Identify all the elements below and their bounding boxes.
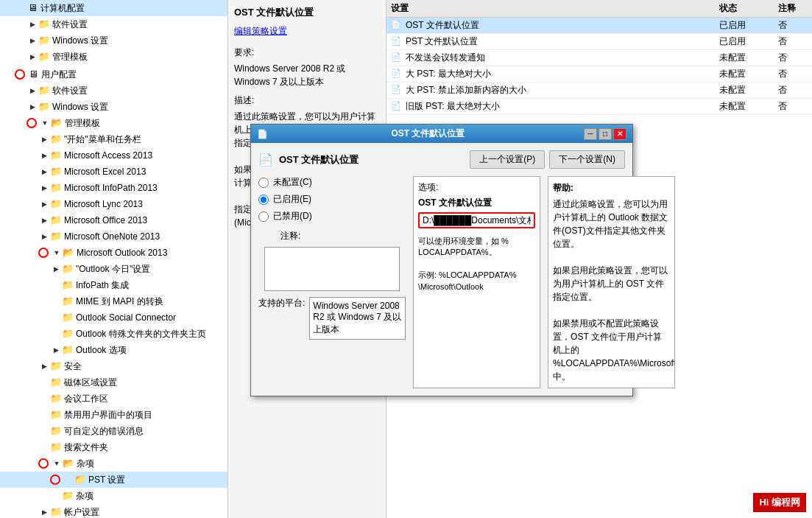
radio-disabled-label: 已禁用(D) <box>273 210 312 223</box>
folder-icon <box>50 360 62 372</box>
tree-arrow <box>50 328 62 340</box>
dialog-nav-buttons: 上一个设置(P) 下一个设置(N) <box>470 150 625 169</box>
row-doc-icon: 📄 <box>391 20 403 32</box>
tree-arrow <box>38 360 50 372</box>
tree-item-security[interactable]: 安全 <box>0 358 227 374</box>
tree-arrow <box>27 18 38 30</box>
table-row[interactable]: 📄 大 PST: 禁止添加新内容的大小 未配置 否 <box>386 83 812 99</box>
tree-item-start-menu[interactable]: "开始"菜单和任务栏 <box>0 131 227 147</box>
radio-disabled[interactable] <box>258 211 269 222</box>
tree-item-outlook-today[interactable]: "Outlook 今日"设置 <box>0 261 227 277</box>
folder-icon <box>50 214 62 226</box>
tree-label: Microsoft InfoPath 2013 <box>64 181 158 195</box>
tree-item-regional[interactable]: 磁体区域设置 <box>0 374 227 391</box>
next-setting-button[interactable]: 下一个设置(N) <box>549 150 625 169</box>
folder-icon <box>62 312 74 323</box>
table-row[interactable]: 📄 不发送会议转发通知 未配置 否 <box>386 50 812 66</box>
tree-item-outlook-options[interactable]: Outlook 选项 <box>0 342 227 358</box>
row-state: 已启用 <box>719 19 778 32</box>
table-row[interactable]: 📄 旧版 PST: 最大绝对大小 未配置 否 <box>386 99 812 115</box>
tree-arrow <box>38 182 50 194</box>
folder-icon <box>50 425 62 437</box>
tree-item-customizable-errors[interactable]: 可自定义的错误消息 <box>0 423 227 439</box>
tree-item-outlook[interactable]: Microsoft Outlook 2013 <box>0 245 227 261</box>
tree-item-software-settings[interactable]: 软件设置 <box>0 16 227 32</box>
tree-item-special-folder[interactable]: Outlook 特殊文件夹的文件夹主页 <box>0 326 227 342</box>
folder-icon <box>62 328 74 340</box>
ost-path-input[interactable] <box>418 212 535 228</box>
note-label: 注释: <box>280 230 406 242</box>
tree-label: Outlook 选项 <box>76 343 127 357</box>
tree-item-user-config[interactable]: 🖥 用户配置 <box>0 66 227 83</box>
tree-label: 杂项 <box>77 457 94 470</box>
tree-label: 杂项 <box>76 489 93 503</box>
tree-item-meeting-workspace[interactable]: 会议工作区 <box>0 391 227 407</box>
tree-item-admin-templates[interactable]: 管理模板 <box>0 49 227 65</box>
folder-open-icon <box>51 117 63 129</box>
tree-item-user-admin-templates[interactable]: 管理模板 <box>0 115 227 131</box>
table-row[interactable]: 📄 PST 文件默认位置 已启用 否 <box>386 34 812 50</box>
folder-icon <box>38 101 50 113</box>
tree-item-pst-settings[interactable]: PST 设置 <box>0 472 227 488</box>
tree-label: "开始"菜单和任务栏 <box>64 133 141 146</box>
radio-disabled-row[interactable]: 已禁用(D) <box>258 210 406 223</box>
table-row[interactable]: 📄 OST 文件默认位置 已启用 否 <box>386 18 812 34</box>
platform-label: 支持的平台: <box>258 297 305 309</box>
tree-arrow <box>51 247 63 259</box>
tree-label: 用户配置 <box>41 68 77 81</box>
folder-icon <box>38 85 50 97</box>
tree-label: 禁用用户界面中的项目 <box>64 408 152 421</box>
tree-item-infopath-integration[interactable]: InfoPath 集成 <box>0 277 227 293</box>
red-marker <box>27 118 37 128</box>
options-sub-text: 可以使用环境变量，如 %LOCALAPPDATA%。 示例: %LOCALAPP… <box>418 236 535 293</box>
radio-not-configured-row[interactable]: 未配置(C) <box>258 176 406 189</box>
note-box[interactable] <box>264 247 400 291</box>
options-label: 选项: <box>418 181 535 194</box>
radio-not-configured[interactable] <box>258 178 269 188</box>
col-setting-header: 设置 <box>391 2 719 15</box>
tree-item-lync[interactable]: Microsoft Lync 2013 <box>0 196 227 212</box>
maximize-button[interactable]: □ <box>599 128 612 140</box>
tree-arrow <box>38 425 50 437</box>
tree-item-social-connector[interactable]: Outlook Social Connector <box>0 309 227 326</box>
tree-item-search-folders[interactable]: 搜索文件夹 <box>0 439 227 455</box>
tree-item-misc[interactable]: 杂项 <box>0 455 227 472</box>
tree-label: Microsoft OneNote 2013 <box>64 230 160 243</box>
tree-label: Outlook Social Connector <box>76 311 176 324</box>
tree-item-access[interactable]: Microsoft Access 2013 <box>0 147 227 164</box>
prev-setting-button[interactable]: 上一个设置(P) <box>470 150 545 169</box>
tree-arrow <box>51 458 63 469</box>
tree-item-computer-config[interactable]: 🖥 计算机配置 <box>0 0 227 16</box>
tree-label: 管理模板 <box>52 50 88 63</box>
edit-policy-link[interactable]: 编辑策略设置 <box>234 25 380 38</box>
options-title: OST 文件默认位置 <box>418 197 535 209</box>
tree-view[interactable]: 🖥 计算机配置 软件设置 Windows 设置 管理模板 🖥 用户配置 软件设置… <box>0 0 228 518</box>
radio-enabled[interactable] <box>258 195 269 205</box>
tree-arrow <box>50 263 62 275</box>
tree-item-user-windows[interactable]: Windows 设置 <box>0 99 227 115</box>
watermark: Hi 编程网 <box>753 493 806 512</box>
row-state: 已启用 <box>719 35 778 48</box>
tree-item-infopath[interactable]: Microsoft InfoPath 2013 <box>0 180 227 196</box>
tree-item-misc2[interactable]: 杂项 <box>0 488 227 504</box>
tree-item-user-software[interactable]: 软件设置 <box>0 83 227 99</box>
row-doc-icon: 📄 <box>391 52 403 64</box>
tree-item-account-settings[interactable]: 帐户设置 <box>0 504 227 518</box>
folder-icon <box>50 393 62 405</box>
tree-item-mime-mapi[interactable]: MIME 到 MAPI 的转换 <box>0 293 227 309</box>
table-row[interactable]: 📄 大 PST: 最大绝对大小 未配置 否 <box>386 66 812 83</box>
tree-item-disabled-items[interactable]: 禁用用户界面中的项目 <box>0 407 227 423</box>
close-button[interactable]: ✕ <box>613 128 626 140</box>
row-note: 否 <box>778 68 808 80</box>
tree-label: Microsoft Outlook 2013 <box>77 246 167 259</box>
radio-not-configured-label: 未配置(C) <box>273 176 312 189</box>
tree-item-excel[interactable]: Microsoft Excel 2013 <box>0 164 227 180</box>
tree-item-office[interactable]: Microsoft Office 2013 <box>0 212 227 228</box>
tree-label: Microsoft Office 2013 <box>64 214 147 227</box>
red-marker-pst <box>50 475 60 485</box>
row-note: 否 <box>778 19 808 32</box>
minimize-button[interactable]: ─ <box>584 128 597 140</box>
radio-enabled-row[interactable]: 已启用(E) <box>258 193 406 206</box>
tree-item-onenote[interactable]: Microsoft OneNote 2013 <box>0 228 227 245</box>
tree-item-windows-settings[interactable]: Windows 设置 <box>0 32 227 49</box>
